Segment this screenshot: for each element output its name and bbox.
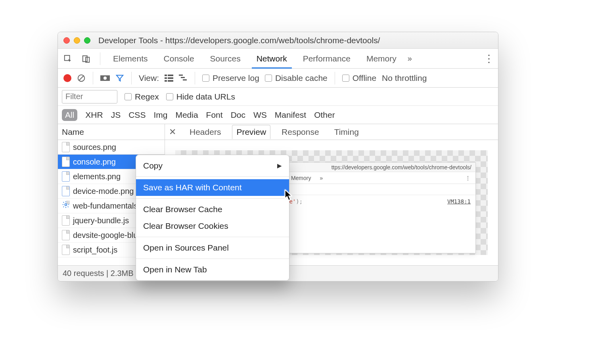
view-waterfall-icon[interactable]: [179, 75, 188, 82]
offline-checkbox[interactable]: Offline: [342, 73, 376, 83]
filter-all[interactable]: All: [62, 109, 77, 121]
separator: [195, 72, 195, 84]
throttling-select[interactable]: No throttling: [382, 73, 427, 83]
request-name: console.png: [73, 157, 116, 167]
image-file-icon: [62, 186, 70, 196]
request-row[interactable]: sources.png: [58, 140, 165, 155]
tab-memory[interactable]: Memory: [362, 49, 401, 69]
record-button[interactable]: [63, 74, 71, 82]
view-large-icon[interactable]: [165, 75, 173, 82]
ctx-clear-cache-label: Clear Browser Cache: [143, 205, 222, 214]
window-title: Developer Tools - https://developers.goo…: [98, 36, 380, 45]
ctx-copy[interactable]: Copy ▶: [136, 157, 289, 174]
filter-css[interactable]: CSS: [128, 110, 146, 120]
ctx-save-har[interactable]: Save as HAR with Content: [136, 179, 289, 196]
ctx-clear-cache[interactable]: Clear Browser Cache: [136, 201, 289, 218]
preserve-log-checkbox[interactable]: Preserve log: [202, 73, 259, 83]
separator: [131, 72, 132, 84]
ctx-open-tab[interactable]: Open in New Tab: [136, 261, 289, 278]
checkbox-icon: [125, 93, 132, 100]
filter-ws[interactable]: WS: [253, 110, 267, 120]
capture-screenshots-icon[interactable]: [100, 75, 110, 82]
device-toolbar-icon[interactable]: [80, 53, 92, 65]
regex-checkbox[interactable]: Regex: [125, 92, 159, 102]
tab-network[interactable]: Network: [252, 49, 292, 69]
ctx-save-har-label: Save as HAR with Content: [143, 183, 242, 192]
disable-cache-label: Disable cache: [275, 73, 328, 83]
filter-xhr[interactable]: XHR: [85, 110, 103, 120]
hide-data-urls-checkbox[interactable]: Hide data URLs: [166, 92, 235, 102]
filter-media[interactable]: Media: [175, 110, 198, 120]
clear-icon[interactable]: [77, 74, 86, 82]
request-name: device-mode.png: [73, 187, 134, 196]
ctx-open-sources[interactable]: Open in Sources Panel: [136, 239, 289, 256]
request-name: sources.png: [73, 143, 116, 152]
close-detail-icon[interactable]: ✕: [169, 127, 176, 137]
inner-kebab-icon: ⋮: [465, 175, 471, 181]
preserve-log-label: Preserve log: [213, 73, 259, 83]
filter-js[interactable]: JS: [111, 110, 121, 120]
context-menu: Copy ▶ Save as HAR with Content Clear Br…: [136, 155, 289, 281]
svg-rect-8: [168, 75, 173, 76]
type-filter-row: All XHR JS CSS Img Media Font Doc WS Man…: [58, 106, 498, 124]
disable-cache-checkbox[interactable]: Disable cache: [265, 73, 328, 83]
inspect-element-icon[interactable]: [62, 53, 74, 65]
offline-label: Offline: [353, 73, 376, 83]
file-icon: [62, 157, 70, 167]
file-icon: [62, 230, 70, 240]
tab-console[interactable]: Console: [159, 49, 199, 69]
ctx-copy-label: Copy: [143, 161, 163, 171]
code-fragment: );: [296, 198, 303, 205]
view-label: View:: [139, 73, 159, 83]
detail-tab-headers[interactable]: Headers: [186, 125, 225, 139]
filter-input[interactable]: [62, 90, 117, 103]
zoom-window-button[interactable]: [84, 37, 90, 44]
checkbox-icon: [166, 93, 173, 100]
separator: [335, 72, 335, 84]
svg-rect-10: [168, 77, 173, 79]
ctx-clear-cookies-label: Clear Browser Cookies: [143, 221, 228, 231]
context-menu-divider: [136, 176, 289, 177]
mouse-cursor-icon: [285, 190, 293, 201]
request-name: elements.png: [73, 172, 121, 181]
ctx-clear-cookies[interactable]: Clear Browser Cookies: [136, 218, 289, 234]
checkbox-icon: [342, 75, 349, 82]
svg-rect-9: [165, 77, 167, 79]
name-column-header[interactable]: Name: [58, 124, 165, 140]
inner-tab-memory: Memory: [291, 175, 311, 181]
tab-sources[interactable]: Sources: [205, 49, 245, 69]
more-panels-icon[interactable]: »: [408, 54, 412, 63]
titlebar: Developer Tools - https://developers.goo…: [58, 32, 498, 49]
detail-tab-preview[interactable]: Preview: [232, 125, 270, 139]
svg-rect-12: [168, 80, 173, 82]
detail-tab-response[interactable]: Response: [278, 125, 323, 139]
svg-rect-1: [83, 56, 87, 61]
submenu-arrow-icon: ▶: [277, 162, 282, 169]
filter-icon[interactable]: [115, 74, 124, 82]
preview-inner-url: ttps://developers.google.com/web/tools/c…: [331, 164, 471, 171]
filter-manifest[interactable]: Manifest: [275, 110, 306, 120]
svg-rect-7: [165, 75, 167, 76]
filter-doc[interactable]: Doc: [231, 110, 245, 120]
status-summary: 40 requests | 2.3MB: [63, 269, 134, 278]
svg-rect-11: [165, 80, 167, 82]
request-name: jquery-bundle.js: [73, 216, 129, 225]
minimize-window-button[interactable]: [74, 37, 80, 44]
filter-img[interactable]: Img: [153, 110, 167, 120]
detail-tab-timing[interactable]: Timing: [330, 125, 363, 139]
close-window-button[interactable]: [63, 37, 70, 44]
filter-other[interactable]: Other: [314, 110, 335, 120]
ctx-open-tab-label: Open in New Tab: [143, 265, 207, 274]
filter-row: Regex Hide data URLs: [58, 88, 498, 106]
svg-point-16: [65, 204, 67, 206]
traffic-lights: [63, 37, 90, 44]
tab-elements[interactable]: Elements: [108, 49, 153, 69]
regex-label: Regex: [135, 92, 159, 102]
tab-performance[interactable]: Performance: [298, 49, 355, 69]
network-toolbar: View: Preserve log Disable cache Offline…: [58, 69, 498, 88]
detail-tabstrip: ✕ Headers Preview Response Timing: [165, 124, 498, 140]
svg-rect-13: [179, 75, 183, 76]
checkbox-icon: [202, 75, 209, 82]
inner-more-icon: »: [320, 175, 323, 181]
filter-font[interactable]: Font: [206, 110, 223, 120]
